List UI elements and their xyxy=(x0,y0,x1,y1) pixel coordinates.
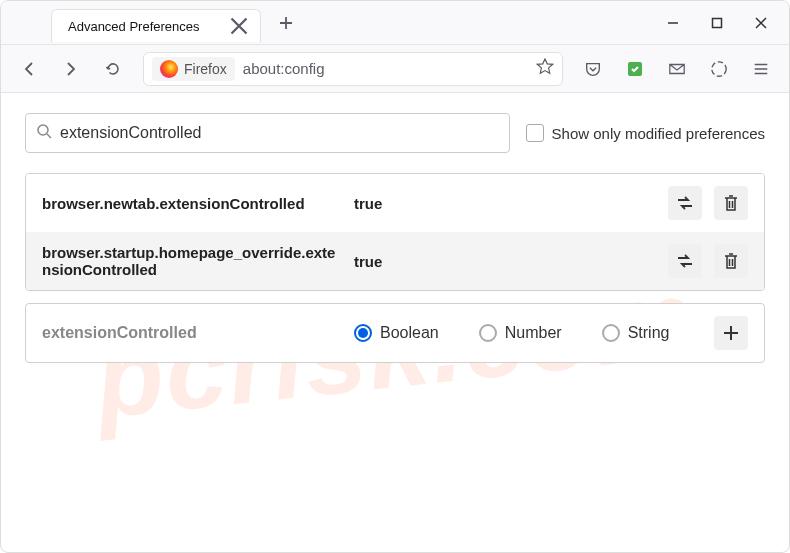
new-tab-button[interactable] xyxy=(271,8,301,38)
radio-string[interactable]: String xyxy=(602,324,670,342)
menu-icon[interactable] xyxy=(743,51,779,87)
url-text[interactable]: about:config xyxy=(243,60,528,77)
search-icon xyxy=(36,123,52,143)
radio-label: String xyxy=(628,324,670,342)
maximize-button[interactable] xyxy=(695,3,739,43)
pref-row: browser.startup.homepage_override.extens… xyxy=(26,232,764,290)
delete-button[interactable] xyxy=(714,186,748,220)
type-radio-group: Boolean Number String xyxy=(354,324,702,342)
close-tab-icon[interactable] xyxy=(230,17,248,35)
svg-rect-0 xyxy=(713,18,722,27)
extension-icon[interactable] xyxy=(617,51,653,87)
search-row: Show only modified preferences xyxy=(25,113,765,153)
radio-label: Boolean xyxy=(380,324,439,342)
search-field[interactable] xyxy=(25,113,510,153)
tab-advanced-preferences[interactable]: Advanced Preferences xyxy=(51,9,261,42)
mail-icon[interactable] xyxy=(659,51,695,87)
pref-name: browser.newtab.extensionControlled xyxy=(42,195,342,212)
search-input[interactable] xyxy=(60,124,499,142)
reload-button[interactable] xyxy=(95,51,131,87)
toggle-button[interactable] xyxy=(668,244,702,278)
modified-only-checkbox[interactable] xyxy=(526,124,544,142)
tab-title: Advanced Preferences xyxy=(68,19,200,34)
forward-button[interactable] xyxy=(53,51,89,87)
svg-point-3 xyxy=(38,125,48,135)
toolbar: Firefox about:config xyxy=(1,45,789,93)
radio-number[interactable]: Number xyxy=(479,324,562,342)
minimize-button[interactable] xyxy=(651,3,695,43)
new-pref-box: extensionControlled Boolean Number Strin… xyxy=(25,303,765,363)
pref-value: true xyxy=(354,253,656,270)
delete-button[interactable] xyxy=(714,244,748,278)
prefs-table: browser.newtab.extensionControlled true … xyxy=(25,173,765,291)
firefox-pill: Firefox xyxy=(152,57,235,81)
address-bar[interactable]: Firefox about:config xyxy=(143,52,563,86)
close-button[interactable] xyxy=(739,3,783,43)
content-area: pcrisk.com Show only modified preference… xyxy=(1,93,789,552)
firefox-label: Firefox xyxy=(184,61,227,77)
new-pref-name: extensionControlled xyxy=(42,324,342,342)
firefox-logo-icon xyxy=(160,60,178,78)
radio-icon xyxy=(479,324,497,342)
pocket-icon[interactable] xyxy=(575,51,611,87)
radio-icon xyxy=(354,324,372,342)
pref-value: true xyxy=(354,195,656,212)
title-bar: Advanced Preferences xyxy=(1,1,789,45)
radio-label: Number xyxy=(505,324,562,342)
radio-icon xyxy=(602,324,620,342)
pref-row: browser.newtab.extensionControlled true xyxy=(26,174,764,232)
toggle-button[interactable] xyxy=(668,186,702,220)
firefox-window: Advanced Preferences xyxy=(0,0,790,553)
back-button[interactable] xyxy=(11,51,47,87)
add-button[interactable] xyxy=(714,316,748,350)
pref-name: browser.startup.homepage_override.extens… xyxy=(42,244,342,278)
svg-point-2 xyxy=(712,61,726,75)
bookmark-star-icon[interactable] xyxy=(536,58,554,80)
window-controls xyxy=(651,3,789,43)
modified-only-label: Show only modified preferences xyxy=(552,125,765,142)
account-icon[interactable] xyxy=(701,51,737,87)
modified-only-checkbox-group[interactable]: Show only modified preferences xyxy=(526,124,765,142)
radio-boolean[interactable]: Boolean xyxy=(354,324,439,342)
